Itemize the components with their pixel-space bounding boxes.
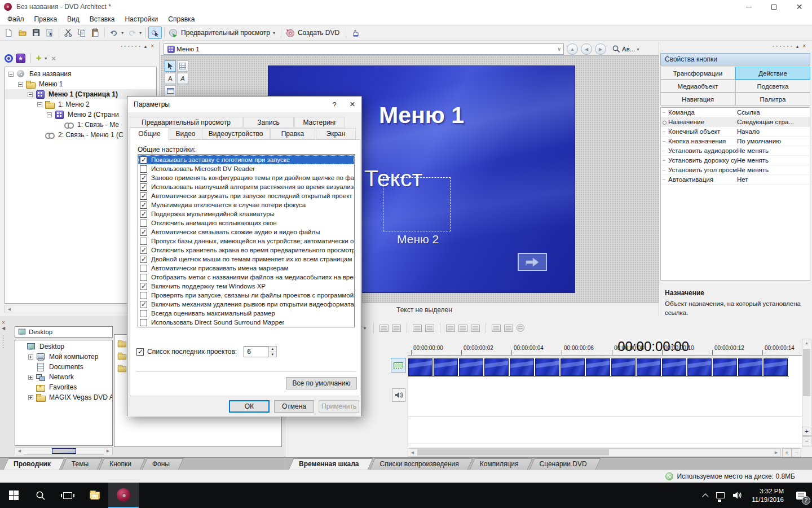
panel-grip[interactable] [773, 43, 806, 49]
project-properties-button[interactable] [43, 27, 56, 39]
tab-Сценарии DVD[interactable]: Сценарии DVD [532, 458, 598, 470]
property-value[interactable]: Нет [737, 176, 810, 183]
grid-tool-button[interactable] [177, 60, 188, 72]
dialog-tab-Видео[interactable]: Видео [170, 128, 201, 139]
tree-expander-icon[interactable] [28, 395, 33, 400]
video-frame-thumbnail[interactable] [484, 358, 509, 376]
tab-Темы[interactable]: Темы [64, 458, 100, 470]
tree-expander-icon[interactable] [18, 82, 23, 87]
explorer-location-dropdown[interactable]: Desktop [15, 326, 113, 338]
collapse-panel-icon[interactable] [2, 326, 12, 331]
set-start-item-icon[interactable] [16, 54, 25, 63]
option-checkbox[interactable] [140, 156, 147, 164]
option-row[interactable]: Пропуск базы данных, имеющейся на устрой… [138, 237, 354, 246]
import-media-icon[interactable] [413, 325, 422, 332]
scroll-left-icon[interactable] [15, 448, 24, 455]
explorer-hscrollbar[interactable] [15, 447, 113, 455]
menubar-item-Справка[interactable]: Справка [163, 14, 200, 24]
option-checkbox[interactable] [140, 310, 147, 317]
option-checkbox[interactable] [140, 265, 147, 272]
tab-Списки воспроизведения[interactable]: Списки воспроизведения [372, 458, 470, 470]
scrollbar-thumb[interactable] [803, 349, 810, 396]
option-checkbox[interactable] [140, 238, 147, 245]
video-track-button[interactable] [391, 358, 406, 373]
scroll-up-icon[interactable] [802, 339, 811, 347]
property-row[interactable]: Установить аудиодорожкуНе менять [661, 146, 810, 156]
option-row[interactable]: Всегда оценивать максимальный размер [138, 309, 354, 318]
explorer-tree-item[interactable]: Favorites [15, 382, 112, 392]
zoom-control[interactable]: Ав... ▾ [612, 45, 641, 54]
tree-expander-icon[interactable] [28, 92, 33, 97]
option-row[interactable]: Использовать Microsoft DV Reader [138, 164, 354, 173]
option-row[interactable]: Показывать заставку с логотипом при запу… [138, 155, 354, 164]
menu2-button-label[interactable]: Меню 2 [397, 233, 439, 246]
track-zoom-out-button[interactable]: − [802, 436, 811, 445]
timeline-tracks-area[interactable] [408, 356, 804, 447]
option-checkbox[interactable] [140, 292, 147, 299]
video-frame-thumbnail[interactable] [687, 358, 712, 376]
property-value[interactable]: Ссылка [737, 109, 810, 116]
tree-expander-icon[interactable] [28, 375, 33, 380]
project-tree-item[interactable]: Без названия [5, 69, 156, 79]
option-checkbox[interactable] [140, 319, 147, 326]
video-frame-thumbnail[interactable] [738, 358, 762, 376]
add-item-dropdown-icon[interactable]: ▾ [45, 56, 47, 61]
volume-tray-button[interactable] [729, 483, 746, 508]
menubar-item-Файл[interactable]: Файл [2, 14, 29, 24]
property-value[interactable]: Следующая стра... [737, 119, 810, 125]
scroll-left-icon[interactable] [5, 305, 14, 313]
track-zoom-in-button[interactable]: + [802, 427, 811, 436]
option-row[interactable]: Включить поддержку тем Windows XP [138, 282, 354, 291]
option-row[interactable]: Проверять при запуске, связаны ли файлы … [138, 291, 354, 300]
copy-button[interactable] [75, 27, 89, 39]
scroll-right-icon[interactable] [772, 449, 780, 456]
export-icon[interactable] [392, 325, 401, 332]
close-panel-icon[interactable] [802, 43, 806, 49]
next-page-arrow-button[interactable] [518, 253, 547, 271]
folder-up-icon[interactable] [492, 325, 501, 332]
video-frame-thumbnail[interactable] [611, 358, 636, 376]
spinner-up-icon[interactable]: ▲ [268, 347, 276, 352]
menubar-item-Вид[interactable]: Вид [62, 14, 85, 24]
audio-track-button[interactable] [392, 388, 405, 402]
properties-tab-Палитра[interactable]: Палитра [735, 93, 810, 106]
dialog-tab-Видеоустройство[interactable]: Видеоустройство [202, 128, 270, 139]
save-project-button[interactable] [29, 27, 43, 39]
option-row[interactable]: Мультимедиа отключается в случае потери … [138, 200, 354, 209]
dialog-tab-Экран[interactable]: Экран [316, 128, 356, 139]
scroll-left-icon[interactable] [408, 449, 417, 456]
properties-tab-Медиаобъект[interactable]: Медиаобъект [660, 80, 735, 93]
taskbar-search-button[interactable] [27, 483, 54, 508]
property-value[interactable]: По умолчанию [737, 138, 810, 144]
menubar-item-Вставка[interactable]: Вставка [85, 14, 120, 24]
network-tray-button[interactable] [712, 483, 729, 508]
option-row[interactable]: Автоматически связывать схожие аудио и в… [138, 227, 354, 237]
dialog-close-button[interactable] [343, 97, 361, 112]
dialog-tab-Общие[interactable]: Общие [130, 127, 169, 141]
option-checkbox[interactable] [140, 274, 147, 281]
table-tool-button[interactable] [165, 85, 176, 97]
option-checkbox[interactable] [140, 211, 147, 218]
property-row[interactable]: Установить угол просмот...Не менять [661, 165, 810, 175]
option-row[interactable]: Отключить анимацию всплывающих окон [138, 218, 354, 227]
auto-ripple-icon[interactable] [471, 325, 480, 332]
property-value[interactable]: Не менять [737, 167, 810, 173]
tree-expander-icon[interactable] [37, 102, 42, 107]
maximize-button[interactable] [761, 0, 787, 14]
apply-button[interactable]: Применить [319, 400, 359, 413]
explorer-tree-item[interactable]: MAGIX Vegas DVD Archit [15, 392, 112, 402]
capture-icon[interactable] [425, 325, 434, 332]
collapse-panel-icon[interactable] [796, 43, 800, 49]
option-checkbox[interactable] [140, 256, 147, 263]
paste-button[interactable] [89, 27, 102, 39]
option-row[interactable]: Автоматически присваивать имена маркерам [138, 264, 354, 273]
property-row[interactable]: Конечный объектНачало [661, 127, 810, 137]
option-row[interactable]: Заново применять конфигурацию темы при д… [138, 173, 354, 182]
scrollbar-thumb[interactable] [417, 449, 609, 456]
nav-up-button[interactable] [567, 43, 578, 55]
option-checkbox[interactable] [140, 283, 147, 290]
video-frame-thumbnail[interactable] [561, 358, 585, 376]
taskbar-clock[interactable]: 3:32 PM 11/19/2016 [746, 487, 789, 504]
property-row[interactable]: Установить дорожку суб...Не менять [661, 156, 810, 165]
explorer-tree-item[interactable]: Desktop [15, 341, 112, 352]
